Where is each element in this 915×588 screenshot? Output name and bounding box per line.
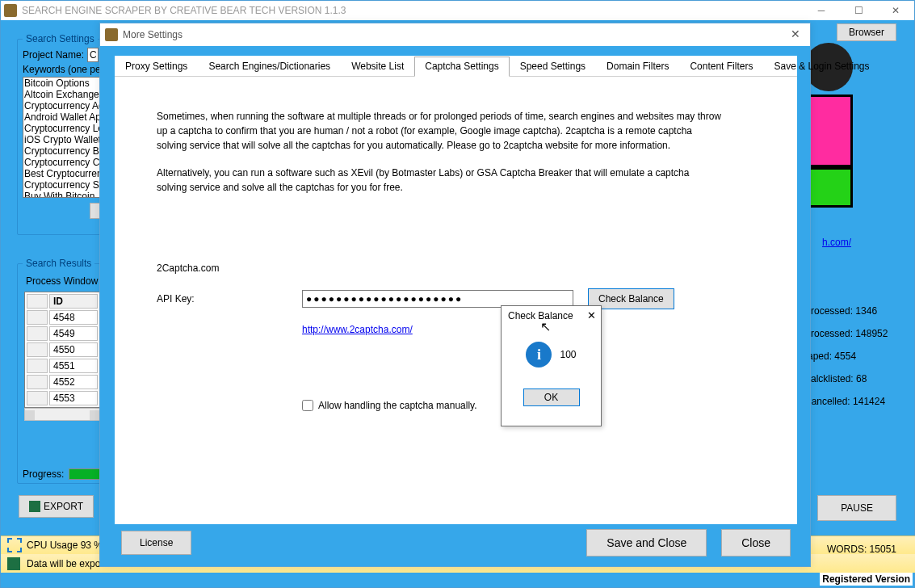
stat-line: Processed: 148952 (804, 322, 893, 345)
license-button[interactable]: License (121, 531, 191, 555)
service-label: 2Captcha.com (157, 262, 302, 274)
main-titlebar: SEARCH ENGINE SCRAPER BY CREATIVE BEAR T… (1, 1, 914, 20)
window-controls: ─ ☐ ✕ (803, 1, 914, 20)
info-icon: i (526, 342, 552, 368)
main-title: SEARCH ENGINE SCRAPER BY CREATIVE BEAR T… (22, 5, 346, 16)
browser-button[interactable]: Browser (837, 23, 896, 41)
stat-line: Cancelled: 141424 (804, 390, 893, 413)
check-balance-dialog: Check Balance ✕ i 100 OK (501, 305, 602, 426)
table-row[interactable]: 4551 (27, 359, 98, 373)
bear-icon (105, 28, 118, 41)
project-name-label: Project Name: (23, 49, 87, 61)
excel-icon (29, 501, 40, 512)
id-header: ID (49, 294, 98, 309)
cpu-usage-label: CPU Usage 93 % (27, 540, 103, 551)
stat-line: Balcklisted: 68 (804, 368, 893, 390)
balance-value: 100 (560, 349, 576, 360)
stats-panel: Processed: 1346Processed: 148952raped: 4… (804, 300, 893, 413)
modal-close-button[interactable]: ✕ (786, 27, 805, 41)
modal-footer: License Save and Close Close (115, 529, 797, 556)
search-settings-legend: Search Settings (23, 33, 98, 44)
table-row[interactable]: 4548 (27, 310, 98, 325)
id-table[interactable]: ID 454845494550455145524553 (24, 292, 100, 408)
tab-content-filters[interactable]: Content Filters (679, 57, 763, 77)
project-name-input[interactable] (87, 48, 99, 62)
tab-website-list[interactable]: Website List (341, 57, 414, 77)
tab-captcha-settings[interactable]: Captcha Settings (414, 57, 509, 77)
process-window-label: Process Window (26, 275, 103, 287)
table-row[interactable]: 4552 (27, 375, 98, 389)
captcha-service-link[interactable]: http://www.2captcha.com/ (302, 324, 413, 335)
ok-button[interactable]: OK (523, 388, 580, 406)
stat-line: Processed: 1346 (804, 300, 893, 322)
minimize-button[interactable]: ─ (803, 1, 840, 20)
search-results-legend: Search Results (23, 258, 94, 269)
table-row[interactable]: 4550 (27, 342, 98, 357)
cpu-icon (7, 538, 22, 552)
progress-label: Progress: (23, 468, 64, 480)
more-settings-modal: More Settings ✕ Proxy SettingsSearch Eng… (99, 23, 811, 567)
table-row[interactable]: 4553 (27, 391, 98, 405)
tab-search-engines-dictionaries[interactable]: Search Engines/Dictionaries (198, 57, 341, 77)
tab-domain-filters[interactable]: Domain Filters (596, 57, 679, 77)
modal-body: Proxy SettingsSearch Engines/Dictionarie… (115, 56, 797, 524)
captcha-para-1: Sometimes, when running the software at … (157, 109, 722, 153)
modal-titlebar: More Settings (100, 23, 810, 46)
table-row[interactable]: 4549 (27, 326, 98, 341)
export-label: EXPORT (44, 501, 83, 512)
captcha-settings-content: Sometimes, when running the software at … (115, 77, 797, 443)
maximize-button[interactable]: ☐ (840, 1, 877, 20)
export-button[interactable]: EXPORT (19, 495, 94, 518)
registered-label: Registered Version (820, 573, 913, 586)
settings-tabs: Proxy SettingsSearch Engines/Dictionarie… (115, 56, 797, 77)
app-icon (4, 4, 17, 17)
modal-title: More Settings (123, 29, 183, 40)
captcha-para-2: Alternatively, you can run a software su… (157, 166, 722, 195)
tab-save-login-settings[interactable]: Save & Login Settings (763, 57, 879, 77)
dialog-title: Check Balance (508, 310, 573, 321)
keyword-count: WORDS: 15051 (827, 544, 896, 555)
manual-captcha-label: Allow handling the captcha manually. (318, 400, 477, 411)
pause-button[interactable]: PAUSE (817, 495, 896, 521)
horizontal-scrollbar[interactable] (24, 408, 100, 421)
tab-proxy-settings[interactable]: Proxy Settings (115, 57, 198, 77)
stat-line: raped: 4554 (804, 345, 893, 368)
close-modal-button[interactable]: Close (721, 529, 791, 556)
api-key-label: API Key: (157, 293, 302, 304)
close-button[interactable]: ✕ (877, 1, 914, 20)
manual-captcha-checkbox[interactable] (302, 400, 313, 411)
tab-speed-settings[interactable]: Speed Settings (510, 57, 596, 77)
dialog-close-button[interactable]: ✕ (587, 309, 596, 321)
search-results-panel: Search Results Process Window ID 4548454… (17, 258, 109, 484)
website-link-partial[interactable]: h.com/ (822, 237, 851, 248)
keywords-label: Keywords (one pe (23, 64, 110, 75)
excel-icon-small (7, 557, 20, 570)
save-and-close-button[interactable]: Save and Close (586, 529, 707, 556)
